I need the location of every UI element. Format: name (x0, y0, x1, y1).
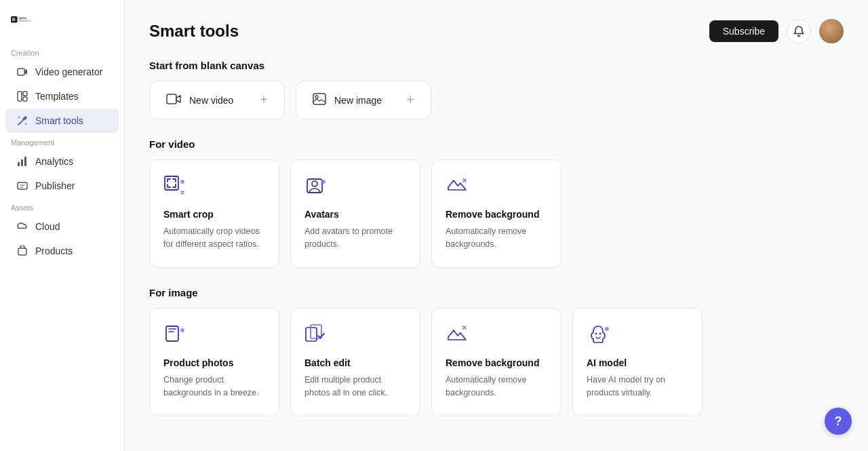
ai-model-card[interactable]: AI model Have AI model try on products v… (572, 308, 703, 416)
blank-canvas-title: Start from blank canvas (149, 60, 844, 71)
svg-point-23 (465, 180, 466, 181)
new-video-label: New video (189, 95, 252, 106)
avatars-desc: Add avatars to promote products. (304, 225, 406, 251)
svg-rect-6 (23, 92, 27, 96)
svg-text:⊘: ⊘ (12, 17, 16, 22)
sidebar-item-smart-tools[interactable]: Smart tools (5, 109, 119, 133)
svg-point-29 (599, 333, 601, 335)
new-image-card[interactable]: New image + (296, 81, 431, 119)
svg-point-22 (321, 180, 326, 184)
svg-rect-15 (167, 94, 176, 104)
svg-point-9 (25, 123, 26, 125)
wand-icon (16, 115, 28, 127)
svg-text:Commerce Pro: Commerce Pro (18, 20, 31, 22)
smart-crop-card[interactable]: Smart crop Automatically crop videos for… (149, 159, 279, 268)
remove-bg-video-desc: Automatically remove backgrounds. (446, 225, 547, 251)
logo: ⊘ CapCut Commerce Pro (0, 11, 124, 43)
avatars-name: Avatars (304, 209, 406, 220)
svg-rect-12 (24, 157, 26, 166)
publisher-icon (16, 180, 28, 192)
remove-bg-video-card[interactable]: Remove background Automatically remove b… (431, 159, 561, 268)
svg-point-8 (18, 117, 20, 118)
svg-point-21 (312, 181, 317, 187)
for-image-section: For image Product photos Change product … (149, 287, 844, 416)
svg-point-30 (605, 327, 609, 331)
remove-bg-image-name: Remove background (446, 357, 547, 368)
for-video-section: For video Smart crop Automatically crop (149, 138, 844, 268)
svg-rect-24 (166, 326, 178, 341)
product-photos-card[interactable]: Product photos Change product background… (149, 308, 279, 416)
svg-rect-10 (18, 162, 20, 166)
batch-edit-name: Batch edit (304, 357, 406, 368)
section-label-creation: Creation (0, 43, 124, 60)
batch-edit-card[interactable]: Batch edit Edit multiple product photos … (290, 308, 420, 416)
cloud-icon (16, 220, 28, 233)
svg-point-28 (595, 333, 597, 335)
svg-rect-5 (18, 92, 22, 101)
svg-rect-14 (18, 248, 26, 255)
video-tools-grid: Smart crop Automatically crop videos for… (149, 159, 844, 268)
sidebar-item-templates[interactable]: Templates (5, 84, 119, 109)
sidebar-item-products[interactable]: Products (5, 239, 119, 263)
remove-bg-image-card[interactable]: Remove background Automatically remove b… (431, 308, 561, 416)
sidebar-item-label-templates: Templates (35, 91, 79, 102)
remove-bg-image-icon (446, 323, 470, 348)
avatars-card[interactable]: Avatars Add avatars to promote products. (290, 159, 420, 268)
header-actions: Subscribe (709, 19, 844, 43)
svg-rect-7 (23, 97, 27, 101)
remove-bg-video-icon (446, 175, 470, 199)
sidebar-item-label-products: Products (35, 246, 73, 256)
main-content: Smart tools Subscribe Start from blank c… (125, 0, 868, 451)
svg-point-19 (180, 180, 184, 184)
subscribe-button[interactable]: Subscribe (709, 20, 778, 42)
sidebar-item-label-smart-tools: Smart tools (35, 115, 83, 126)
smart-crop-name: Smart crop (163, 209, 265, 220)
remove-bg-image-desc: Automatically remove backgrounds. (446, 374, 547, 399)
ai-model-desc: Have AI model try on products virtually. (587, 374, 688, 399)
sidebar-item-label-publisher: Publisher (35, 180, 75, 191)
avatars-icon (304, 175, 329, 199)
blank-canvas-section: Start from blank canvas New video + New … (149, 60, 844, 119)
sidebar-item-analytics[interactable]: Analytics (5, 149, 119, 174)
batch-edit-icon (304, 323, 329, 348)
new-image-label: New image (334, 95, 398, 106)
ai-model-name: AI model (587, 357, 688, 368)
svg-rect-27 (311, 325, 321, 338)
sidebar-item-label-analytics: Analytics (35, 156, 73, 167)
for-image-title: For image (149, 287, 844, 298)
new-video-plus-icon: + (260, 92, 268, 108)
svg-rect-26 (306, 328, 317, 341)
smart-crop-icon (163, 175, 188, 199)
image-tools-grid: Product photos Change product background… (149, 308, 844, 416)
video-canvas-icon (166, 93, 181, 108)
analytics-icon (16, 155, 28, 168)
notifications-button[interactable] (787, 19, 811, 43)
templates-icon (16, 90, 28, 102)
svg-rect-16 (313, 94, 326, 104)
main-header: Smart tools Subscribe (149, 19, 844, 43)
smart-crop-desc: Automatically crop videos for different … (163, 225, 265, 251)
sidebar-item-publisher[interactable]: Publisher (5, 174, 119, 198)
new-video-card[interactable]: New video + (149, 81, 285, 119)
sidebar: ⊘ CapCut Commerce Pro Creation Video gen… (0, 0, 125, 451)
product-photos-desc: Change product backgrounds in a breeze. (163, 374, 265, 399)
product-photos-icon (163, 323, 188, 348)
video-generator-icon (16, 66, 28, 78)
for-video-title: For video (149, 138, 844, 150)
product-photos-name: Product photos (163, 357, 265, 368)
user-avatar[interactable] (819, 19, 844, 43)
sidebar-item-cloud[interactable]: Cloud (5, 214, 119, 239)
page-title: Smart tools (149, 22, 239, 41)
svg-rect-11 (21, 159, 23, 166)
canvas-row: New video + New image + (149, 81, 844, 119)
sidebar-item-video-generator[interactable]: Video generator (5, 60, 119, 84)
section-label-management: Management (0, 133, 124, 149)
help-button[interactable]: ? (825, 408, 852, 435)
svg-point-17 (315, 96, 318, 98)
new-image-plus-icon: + (406, 92, 414, 108)
sidebar-item-label-cloud: Cloud (35, 221, 60, 232)
svg-point-25 (180, 328, 184, 332)
svg-rect-13 (18, 182, 27, 189)
products-icon (16, 245, 28, 257)
svg-rect-4 (18, 68, 24, 75)
